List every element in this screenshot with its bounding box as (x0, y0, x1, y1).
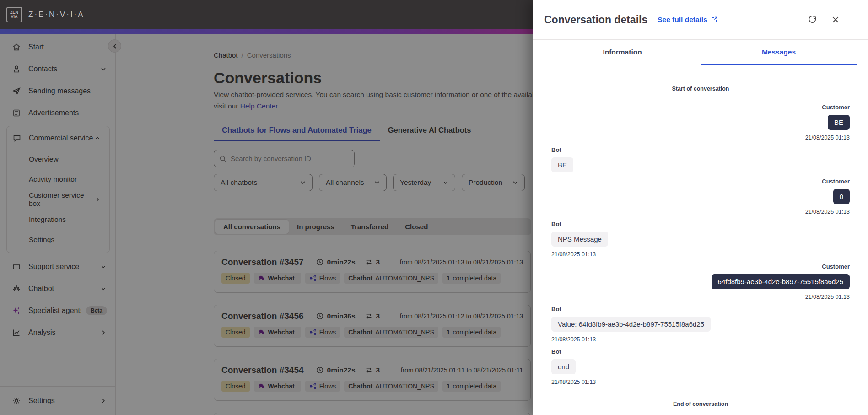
close-icon[interactable] (830, 15, 841, 25)
message-sender: Bot (551, 146, 561, 153)
message-timestamp: 21/08/2025 01:13 (805, 135, 850, 141)
message-sender: Bot (551, 221, 561, 227)
tab-messages[interactable]: Messages (701, 40, 857, 65)
message-timestamp: 21/08/2025 01:13 (551, 379, 596, 385)
messages-list: Start of conversation Customer BE 21/08/… (533, 65, 868, 407)
message-customer: Customer 64fd8fb9-ae3b-4d2e-b897-75515f8… (551, 263, 850, 300)
modal-backdrop[interactable] (0, 34, 533, 415)
message-sender: Customer (822, 104, 850, 111)
message-sender: Bot (551, 348, 561, 355)
message-timestamp: 21/08/2025 01:13 (551, 336, 596, 343)
message-customer: Customer 0 21/08/2025 01:13 (551, 178, 850, 215)
message-bot: Bot end 21/08/2025 01:13 (551, 348, 850, 385)
conversation-details-panel: Conversation details See full details In… (533, 0, 868, 415)
message-timestamp: 21/08/2025 01:13 (551, 251, 596, 258)
panel-title: Conversation details (544, 14, 647, 26)
zenvia-logo-icon: ZENVIA (6, 7, 22, 22)
message-sender: Customer (822, 263, 850, 270)
tab-information[interactable]: Information (544, 40, 701, 65)
message-bubble: Value: 64fd8fb9-ae3b-4d2e-b897-75515f8a6… (551, 317, 711, 332)
start-of-conversation-divider: Start of conversation (551, 86, 850, 92)
message-bubble: NPS Message (551, 232, 608, 247)
external-link-icon (711, 16, 718, 23)
message-timestamp: 21/08/2025 01:13 (805, 209, 850, 215)
message-customer: Customer BE 21/08/2025 01:13 (551, 104, 850, 141)
see-full-details-link[interactable]: See full details (658, 16, 718, 24)
message-bot: Bot Value: 64fd8fb9-ae3b-4d2e-b897-75515… (551, 306, 850, 343)
message-bot: Bot BE (551, 146, 850, 172)
panel-tabs: Information Messages (533, 40, 868, 65)
message-bubble: end (551, 359, 576, 374)
message-bubble: 0 (833, 189, 850, 204)
message-sender: Bot (551, 306, 561, 313)
end-of-conversation-divider: End of conversation (551, 401, 850, 407)
message-timestamp: 21/08/2025 01:13 (805, 294, 850, 300)
brand-wordmark: Z·E·N·V·I·A (28, 10, 85, 19)
message-bubble: BE (828, 115, 850, 130)
refresh-button[interactable] (808, 15, 818, 25)
message-bubble: 64fd8fb9-ae3b-4d2e-b897-75515f8a6d25 (712, 274, 850, 289)
message-bubble: BE (551, 157, 573, 172)
panel-header: Conversation details See full details (533, 0, 868, 40)
app-window: ZENVIA Z·E·N·V·I·A Start Contacts Sendin… (0, 0, 868, 415)
message-sender: Customer (822, 178, 850, 185)
message-bot: Bot NPS Message 21/08/2025 01:13 (551, 221, 850, 258)
